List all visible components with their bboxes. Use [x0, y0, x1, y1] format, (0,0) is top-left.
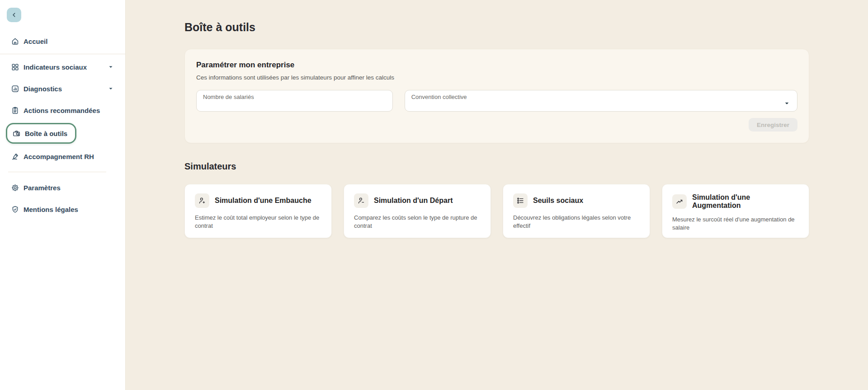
sidebar-item-label: Indicateurs sociaux — [24, 63, 87, 71]
save-button[interactable]: Enregistrer — [749, 118, 797, 132]
home-icon — [11, 37, 19, 46]
select-chevron-down-icon — [784, 100, 790, 108]
user-plus-icon — [195, 193, 209, 208]
sim-card-description: Mesurez le surcoût réel d'une augmentati… — [672, 216, 799, 231]
settings-card-footer: Enregistrer — [196, 118, 797, 132]
sidebar-selected-wrap: Boîte à outils — [0, 121, 125, 146]
main-content: Boîte à outils Paramétrer mon entreprise… — [126, 0, 868, 238]
sim-card-title: Simulation d'une Augmentation — [692, 193, 799, 210]
sidebar-item-parametres[interactable]: Paramètres — [0, 177, 125, 198]
sidebar-item-accompagnement-rh[interactable]: Accompagnement RH — [0, 146, 125, 167]
employee-count-input[interactable] — [203, 100, 386, 108]
sim-card-title: Simulation d'une Embauche — [215, 197, 311, 205]
settings-card-subtitle: Ces informations sont utilisées par les … — [196, 74, 797, 81]
sidebar-nav: Accueil Indicateurs sociaux Diagnostics — [0, 30, 125, 220]
checklist-icon — [513, 193, 528, 208]
sidebar-item-actions-recommandees[interactable]: Actions recommandées — [0, 99, 125, 121]
sidebar-item-label: Accueil — [24, 38, 47, 45]
chevron-down-icon — [108, 64, 113, 70]
clipboard-icon — [11, 106, 19, 115]
sim-card-header: Simulation d'une Embauche — [195, 193, 321, 208]
sidebar-item-label: Paramètres — [24, 184, 61, 192]
sim-card-header: Simulation d'une Augmentation — [672, 193, 799, 210]
gear-icon — [11, 183, 19, 192]
grid-icon — [11, 63, 19, 71]
sim-card-description: Comparez les coûts selon le type de rupt… — [354, 214, 481, 230]
sidebar-divider — [0, 54, 125, 54]
simulator-card-embauche[interactable]: Simulation d'une Embauche Estimez le coû… — [184, 184, 332, 238]
simulator-card-augmentation[interactable]: Simulation d'une Augmentation Mesurez le… — [662, 184, 809, 238]
sidebar-item-boite-a-outils[interactable]: Boîte à outils — [6, 123, 76, 144]
sidebar-item-label: Accompagnement RH — [24, 153, 94, 160]
sidebar-item-label: Diagnostics — [24, 85, 62, 93]
settings-fields-row: Nombre de salariés Convention collective — [196, 90, 797, 112]
sidebar-divider — [8, 172, 106, 172]
sidebar-item-indicateurs-sociaux[interactable]: Indicateurs sociaux — [0, 56, 125, 78]
trending-up-icon — [672, 194, 687, 209]
simulator-card-seuils-sociaux[interactable]: Seuils sociaux Découvrez les obligations… — [503, 184, 650, 238]
simulators-section-title: Simulateurs — [184, 161, 809, 172]
employee-count-label: Nombre de salariés — [203, 94, 386, 100]
writing-hand-icon — [11, 152, 19, 161]
sidebar-collapse-button[interactable] — [7, 8, 21, 22]
settings-card-title: Paramétrer mon entreprise — [196, 61, 797, 70]
employee-count-field[interactable]: Nombre de salariés — [196, 90, 393, 112]
user-minus-icon — [354, 193, 368, 208]
simulators-grid: Simulation d'une Embauche Estimez le coû… — [184, 184, 809, 238]
collective-agreement-select[interactable]: Convention collective — [405, 90, 797, 112]
sidebar-item-label: Mentions légales — [24, 206, 78, 213]
chevron-down-icon — [108, 86, 113, 91]
sim-card-header: Seuils sociaux — [513, 193, 640, 208]
toolbox-search-icon — [12, 129, 21, 138]
page-title: Boîte à outils — [184, 21, 809, 34]
sim-card-title: Seuils sociaux — [533, 197, 583, 205]
sidebar-item-accueil[interactable]: Accueil — [0, 30, 125, 52]
sidebar-item-label: Boîte à outils — [25, 130, 67, 137]
shield-check-icon — [11, 205, 19, 214]
bar-chart-icon — [11, 85, 19, 93]
sim-card-title: Simulation d'un Départ — [374, 197, 453, 205]
sim-card-description: Estimez le coût total employeur selon le… — [195, 214, 321, 230]
sidebar-item-diagnostics[interactable]: Diagnostics — [0, 78, 125, 99]
sim-card-header: Simulation d'un Départ — [354, 193, 481, 208]
collective-agreement-label: Convention collective — [411, 94, 791, 100]
sidebar-item-mentions-legales[interactable]: Mentions légales — [0, 198, 125, 220]
company-settings-card: Paramétrer mon entreprise Ces informatio… — [184, 49, 809, 143]
chevron-left-icon — [10, 11, 18, 19]
sim-card-description: Découvrez les obligations légales selon … — [513, 214, 640, 230]
sidebar-item-label: Actions recommandées — [24, 107, 100, 114]
simulator-card-depart[interactable]: Simulation d'un Départ Comparez les coût… — [344, 184, 491, 238]
sidebar: Accueil Indicateurs sociaux Diagnostics — [0, 0, 126, 390]
